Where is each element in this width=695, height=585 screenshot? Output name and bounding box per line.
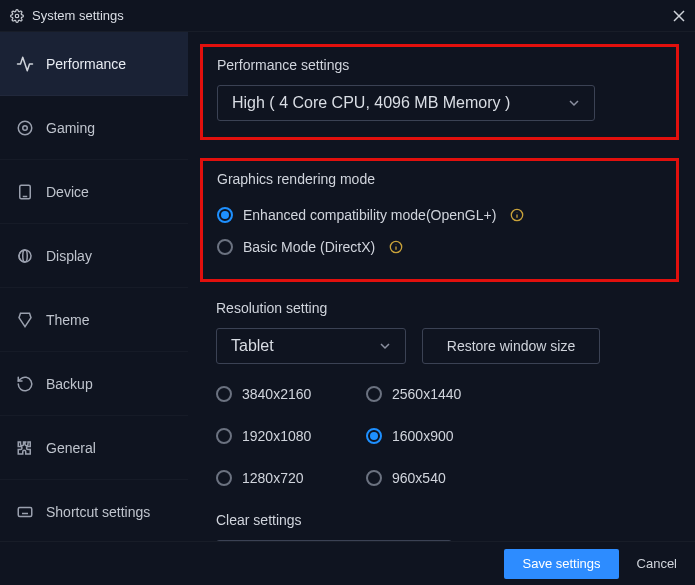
resolution-option-960x540[interactable]: 960x540 [366, 462, 516, 494]
radio-icon [366, 428, 382, 444]
resolution-option-1920x1080[interactable]: 1920x1080 [216, 420, 366, 452]
svg-point-4 [23, 125, 28, 130]
radio-label: 1280x720 [242, 470, 304, 486]
puzzle-icon [16, 439, 34, 457]
clear-title: Clear settings [216, 512, 671, 528]
backup-icon [16, 375, 34, 393]
sidebar-item-gaming[interactable]: Gaming [0, 96, 188, 160]
main-panel: Performance settings High ( 4 Core CPU, … [188, 32, 695, 541]
radio-icon [216, 386, 232, 402]
window-title: System settings [32, 8, 124, 23]
resolution-option-1280x720[interactable]: 1280x720 [216, 462, 366, 494]
sidebar-item-label: Device [46, 184, 89, 200]
gear-icon [10, 9, 24, 23]
close-icon[interactable] [673, 10, 685, 22]
graphics-option-directx[interactable]: Basic Mode (DirectX) [217, 231, 662, 263]
resolution-title: Resolution setting [216, 300, 671, 316]
performance-title: Performance settings [217, 57, 662, 73]
radio-label: 960x540 [392, 470, 446, 486]
radio-label: 3840x2160 [242, 386, 311, 402]
sidebar-item-label: Gaming [46, 120, 95, 136]
performance-group: Performance settings High ( 4 Core CPU, … [200, 44, 679, 140]
device-icon [16, 183, 34, 201]
resolution-option-1600x900[interactable]: 1600x900 [366, 420, 516, 452]
chevron-down-icon [379, 340, 391, 352]
clear-group: Clear settings Reset desktop Clear Googl… [216, 512, 671, 541]
sidebar-item-backup[interactable]: Backup [0, 352, 188, 416]
radio-icon [216, 470, 232, 486]
restore-window-button[interactable]: Restore window size [422, 328, 600, 364]
cancel-button[interactable]: Cancel [637, 556, 677, 571]
sidebar-item-display[interactable]: Display [0, 224, 188, 288]
svg-point-8 [23, 250, 28, 262]
radio-icon [366, 470, 382, 486]
sidebar: Performance Gaming Device Display Theme [0, 32, 188, 541]
radio-icon [217, 239, 233, 255]
sidebar-item-device[interactable]: Device [0, 160, 188, 224]
sidebar-item-label: Display [46, 248, 92, 264]
graphics-option-opengl[interactable]: Enhanced compatibility mode(OpenGL+) [217, 199, 662, 231]
info-icon[interactable] [389, 240, 403, 254]
titlebar: System settings [0, 0, 695, 32]
sidebar-item-label: Shortcut settings [46, 504, 150, 520]
resolution-group: Resolution setting Tablet Restore window… [216, 300, 671, 494]
radio-label: 1920x1080 [242, 428, 311, 444]
display-icon [16, 247, 34, 265]
resolution-select[interactable]: Tablet [216, 328, 406, 364]
sidebar-item-label: Backup [46, 376, 93, 392]
radio-label: Basic Mode (DirectX) [243, 239, 375, 255]
sidebar-item-shortcut[interactable]: Shortcut settings [0, 480, 188, 544]
radio-icon [217, 207, 233, 223]
performance-select[interactable]: High ( 4 Core CPU, 4096 MB Memory ) [217, 85, 595, 121]
radio-label: Enhanced compatibility mode(OpenGL+) [243, 207, 496, 223]
sidebar-item-label: Theme [46, 312, 90, 328]
save-button[interactable]: Save settings [504, 549, 618, 579]
sidebar-item-label: Performance [46, 56, 126, 72]
svg-rect-9 [18, 507, 32, 516]
sidebar-item-general[interactable]: General [0, 416, 188, 480]
keyboard-icon [16, 503, 34, 521]
resolution-option-3840x2160[interactable]: 3840x2160 [216, 378, 366, 410]
radio-icon [216, 428, 232, 444]
radio-label: 2560x1440 [392, 386, 461, 402]
activity-icon [16, 55, 34, 73]
sidebar-item-label: General [46, 440, 96, 456]
sidebar-item-performance[interactable]: Performance [0, 32, 188, 96]
performance-select-value: High ( 4 Core CPU, 4096 MB Memory ) [232, 94, 510, 112]
footer: Save settings Cancel [0, 541, 695, 585]
gamepad-icon [16, 119, 34, 137]
resolution-option-2560x1440[interactable]: 2560x1440 [366, 378, 516, 410]
graphics-title: Graphics rendering mode [217, 171, 662, 187]
chevron-down-icon [568, 97, 580, 109]
svg-point-0 [15, 14, 19, 18]
button-label: Cancel [637, 556, 677, 571]
theme-icon [16, 311, 34, 329]
button-label: Save settings [522, 556, 600, 571]
svg-point-3 [18, 121, 32, 135]
sidebar-item-theme[interactable]: Theme [0, 288, 188, 352]
button-label: Restore window size [447, 338, 575, 354]
radio-label: 1600x900 [392, 428, 454, 444]
radio-icon [366, 386, 382, 402]
resolution-select-value: Tablet [231, 337, 274, 355]
info-icon[interactable] [510, 208, 524, 222]
graphics-group: Graphics rendering mode Enhanced compati… [200, 158, 679, 282]
